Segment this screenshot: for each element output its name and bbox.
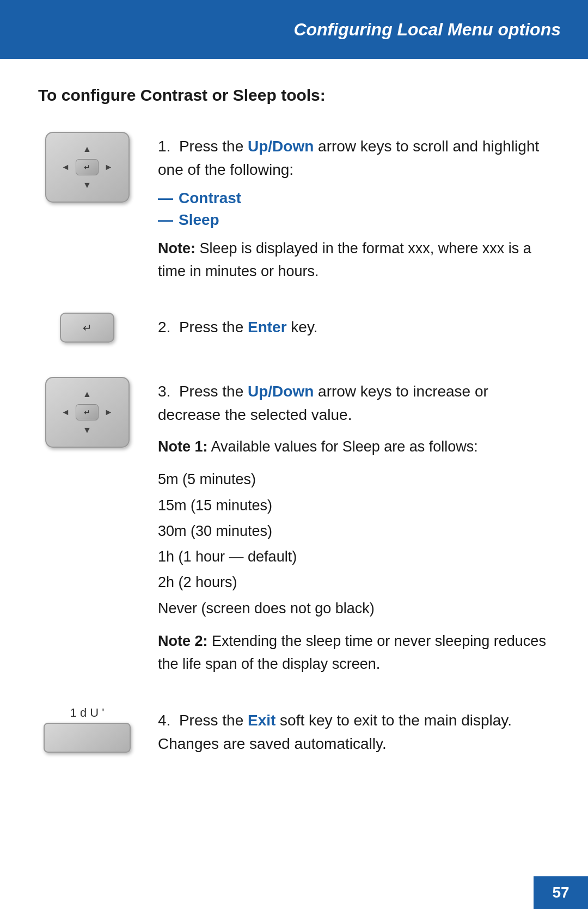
header-bar: Configuring Local Menu options (0, 0, 588, 59)
note-1-bold-3: Note 1: (158, 438, 208, 455)
menu-item-sleep: — Sleep (158, 211, 550, 229)
step-1-image: ▲ ◄ ↵ ► ▼ (38, 132, 136, 203)
step-2-text: 2. Press the Enter key. (158, 315, 550, 339)
step-1-text: 1. Press the Up/Down arrow keys to scrol… (158, 135, 550, 182)
step-3-row: ▲ ◄ ↵ ► ▼ 3. Press the Up/Down arrow key… (38, 377, 550, 676)
enter-icon-2: ↵ (84, 408, 90, 417)
sleep-value-2: 15m (15 minutes) (158, 493, 550, 518)
step-4-number: 4. (158, 712, 179, 729)
step-3-image: ▲ ◄ ↵ ► ▼ (38, 377, 136, 448)
sleep-value-5: 2h (2 hours) (158, 570, 550, 595)
sleep-value-4: 1h (1 hour — default) (158, 544, 550, 570)
step-4-row: 1 d U ' 4. Press the Exit soft key to ex… (38, 706, 550, 764)
contrast-dash: — (158, 190, 173, 207)
sleep-value-3: 30m (30 minutes) (158, 518, 550, 544)
step-2-image: ↵ (38, 313, 136, 343)
nav-key-inner-2: ▲ ◄ ↵ ► ▼ (58, 386, 117, 438)
soft-key-label-above: 1 d U ' (70, 706, 105, 720)
sleep-dash: — (158, 211, 173, 229)
nav-key-1: ▲ ◄ ↵ ► ▼ (45, 132, 130, 203)
step-2-enter: Enter (248, 319, 287, 335)
step-4-exit: Exit (248, 712, 275, 729)
step-4-text: 4. Press the Exit soft key to exit to th… (158, 709, 550, 756)
enter-key-icon: ↵ (83, 321, 92, 334)
step-2-text-before: Press the (179, 319, 248, 335)
up-arrow-icon: ▲ (83, 145, 91, 154)
left-arrow-icon: ◄ (62, 163, 70, 172)
sleep-value-6: Never (screen does not go black) (158, 596, 550, 621)
up-arrow-icon-2: ▲ (83, 390, 91, 399)
left-arrow-icon-2: ◄ (62, 408, 70, 417)
note-1-text-3: Available values for Sleep are as follow… (208, 438, 478, 455)
note-1-text: Sleep is displayed in the format xxx, wh… (158, 240, 531, 279)
nav-key-2: ▲ ◄ ↵ ► ▼ (45, 377, 130, 448)
step-3-content: 3. Press the Up/Down arrow keys to incre… (158, 377, 550, 676)
step-1-text-before: Press the (179, 138, 248, 155)
sleep-values-list: 5m (5 minutes) 15m (15 minutes) 30m (30 … (158, 467, 550, 621)
contrast-label: Contrast (179, 190, 241, 207)
nav-key-inner-1: ▲ ◄ ↵ ► ▼ (58, 141, 117, 193)
step-4-image: 1 d U ' (38, 706, 136, 753)
nav-center-key: ↵ (76, 159, 99, 175)
note-2-bold-3: Note 2: (158, 633, 208, 649)
enter-key: ↵ (60, 313, 114, 343)
step-1-updown: Up/Down (248, 138, 314, 155)
step-1-row: ▲ ◄ ↵ ► ▼ 1. Press the Up/Down arrow ke (38, 132, 550, 283)
step-1-note: Note: Sleep is displayed in the format x… (158, 237, 550, 283)
step-1-number: 1. (158, 138, 179, 155)
enter-icon: ↵ (84, 163, 90, 172)
step-2-text-after: key. (287, 319, 318, 335)
section-heading: To configure Contrast or Sleep tools: (38, 86, 550, 105)
right-arrow-icon: ► (105, 163, 113, 172)
header-title: Configuring Local Menu options (293, 20, 561, 40)
nav-center-key-2: ↵ (76, 404, 99, 420)
right-arrow-icon-2: ► (105, 408, 113, 417)
step-3-text-before: Press the (179, 383, 248, 400)
menu-item-contrast: — Contrast (158, 190, 550, 207)
main-content: To configure Contrast or Sleep tools: ▲ … (0, 59, 588, 837)
soft-key (44, 723, 131, 753)
note-1-bold: Note: (158, 240, 195, 257)
down-arrow-icon-2: ▼ (83, 426, 91, 435)
step-2-row: ↵ 2. Press the Enter key. (38, 313, 550, 346)
step-3-number: 3. (158, 383, 179, 400)
step-3-updown: Up/Down (248, 383, 314, 400)
sleep-value-1: 5m (5 minutes) (158, 467, 550, 492)
step-4-content: 4. Press the Exit soft key to exit to th… (158, 706, 550, 764)
step-4-text-before: Press the (179, 712, 248, 729)
sleep-label: Sleep (179, 211, 219, 229)
note-2-text-3: Extending the sleep time or never sleepi… (158, 633, 546, 672)
step-3-note1: Note 1: Available values for Sleep are a… (158, 436, 550, 459)
step-1-content: 1. Press the Up/Down arrow keys to scrol… (158, 132, 550, 283)
step-3-note2: Note 2: Extending the sleep time or neve… (158, 630, 550, 676)
down-arrow-icon: ▼ (83, 181, 91, 190)
step-2-number: 2. (158, 319, 179, 335)
step-2-content: 2. Press the Enter key. (158, 313, 550, 346)
page-number: 57 (534, 876, 588, 909)
step-3-text: 3. Press the Up/Down arrow keys to incre… (158, 380, 550, 427)
